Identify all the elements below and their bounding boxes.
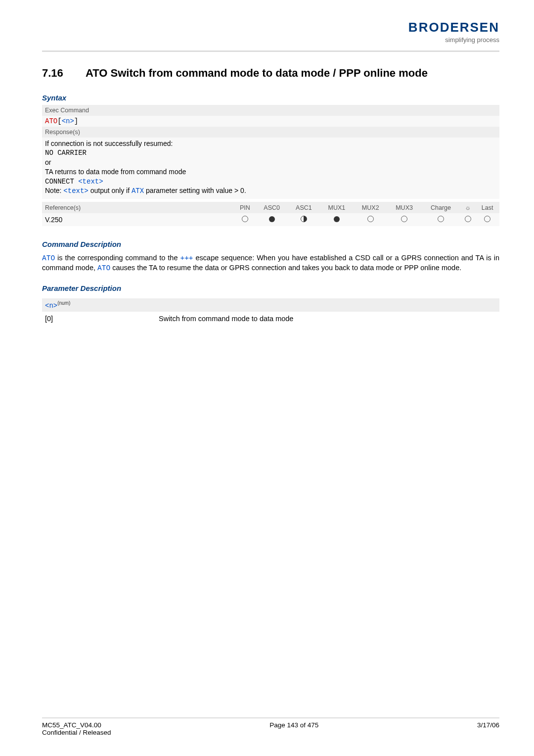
circle-half-icon xyxy=(301,216,307,222)
circle-empty-icon xyxy=(484,216,490,222)
param-key: [0] xyxy=(45,315,159,323)
footer-center: Page 143 of 475 xyxy=(269,721,318,736)
doc-version: MC55_ATC_V04.00 xyxy=(42,721,111,729)
connect-text: CONNECT xyxy=(45,178,78,186)
exec-command-label: Exec Command xyxy=(42,105,499,116)
command-desc-body: ATO is the corresponding command to the … xyxy=(42,253,499,273)
circle-full-icon xyxy=(269,216,275,222)
responses-body: If connection is not successfully resume… xyxy=(42,138,499,199)
col-asc1: ASC1 xyxy=(288,202,320,213)
page-footer: MC55_ATC_V04.00 Confidential / Released … xyxy=(42,717,499,756)
cmd-param-n[interactable]: <n> xyxy=(62,117,74,125)
resp-line: or xyxy=(45,158,496,167)
circle-full-icon xyxy=(334,216,340,222)
ato-link[interactable]: ATO xyxy=(97,264,110,272)
param-row: [0] Switch from command mode to data mod… xyxy=(42,312,499,323)
col-asc0: ASC0 xyxy=(256,202,288,213)
col-pin: PIN xyxy=(234,202,256,213)
cell-asc1 xyxy=(288,213,320,226)
atx-link[interactable]: ATX xyxy=(132,187,144,195)
circle-empty-icon xyxy=(367,216,374,222)
desc-text: is the corresponding command to the xyxy=(55,254,180,262)
col-alarm: ☼ xyxy=(460,202,475,213)
circle-empty-icon xyxy=(401,216,407,222)
reference-table: Reference(s) PIN ASC0 ASC1 MUX1 MUX2 MUX… xyxy=(42,202,499,226)
divider xyxy=(42,50,499,52)
note-part: Note: xyxy=(45,187,63,194)
circle-empty-icon xyxy=(465,216,471,222)
cell-alarm xyxy=(460,213,475,226)
col-last: Last xyxy=(475,202,499,213)
footer-divider xyxy=(42,717,499,718)
circle-empty-icon xyxy=(438,216,444,222)
alarm-icon: ☼ xyxy=(465,204,471,211)
cell-charge xyxy=(421,213,460,226)
param-box: <n>(num) [0] Switch from command mode to… xyxy=(42,298,499,323)
section-title-text: ATO Switch from command mode to data mod… xyxy=(86,67,499,80)
bracket-close: ] xyxy=(74,117,78,125)
table-row: V.250 xyxy=(42,213,499,226)
cell-mux2 xyxy=(354,213,387,226)
resp-connect: CONNECT <text> xyxy=(45,177,496,187)
cell-pin xyxy=(234,213,256,226)
param-value: Switch from command mode to data mode xyxy=(159,315,293,323)
doc-status: Confidential / Released xyxy=(42,729,111,736)
ref-value: V.250 xyxy=(42,213,234,226)
footer-left: MC55_ATC_V04.00 Confidential / Released xyxy=(42,721,111,736)
brand-logo: BRODERSEN xyxy=(408,20,499,35)
section-heading: 7.16 ATO Switch from command mode to dat… xyxy=(42,67,499,80)
page-header: BRODERSEN simplifying process xyxy=(42,20,499,47)
cell-last xyxy=(475,213,499,226)
param-name: <n>(num) xyxy=(42,298,499,312)
param-n-link[interactable]: <n> xyxy=(45,302,57,310)
cell-mux1 xyxy=(320,213,354,226)
col-mux3: MUX3 xyxy=(387,202,421,213)
command-desc-heading: Command Description xyxy=(42,240,499,248)
col-ref: Reference(s) xyxy=(42,202,234,213)
responses-label: Response(s) xyxy=(42,127,499,138)
resp-line: TA returns to data mode from command mod… xyxy=(45,167,496,177)
param-sup: (num) xyxy=(57,300,70,306)
resp-line: If connection is not successfully resume… xyxy=(45,139,496,148)
note-part: output only if xyxy=(89,187,132,194)
col-charge: Charge xyxy=(421,202,460,213)
escape-seq-link[interactable]: +++ xyxy=(180,254,193,262)
cell-asc0 xyxy=(256,213,288,226)
param-desc-heading: Parameter Description xyxy=(42,284,499,292)
section-number: 7.16 xyxy=(42,67,86,80)
ato-link[interactable]: ATO xyxy=(42,254,55,262)
connect-param[interactable]: <text> xyxy=(78,178,103,186)
cmd-ato: ATO xyxy=(45,117,57,125)
col-mux1: MUX1 xyxy=(320,202,354,213)
exec-command-value: ATO[<n>] xyxy=(42,116,499,127)
syntax-heading: Syntax xyxy=(42,94,499,102)
resp-no-carrier: NO CARRIER xyxy=(45,148,496,158)
desc-text: causes the TA to resume the data or GPRS… xyxy=(110,264,461,272)
note-part: parameter setting with value > 0. xyxy=(144,187,246,194)
footer-right: 3/17/06 xyxy=(477,721,499,736)
bracket-open: [ xyxy=(57,117,61,125)
resp-note: Note: <text> output only if ATX paramete… xyxy=(45,186,496,196)
cell-mux3 xyxy=(387,213,421,226)
brand-tagline: simplifying process xyxy=(445,36,499,44)
circle-empty-icon xyxy=(242,216,248,222)
table-header-row: Reference(s) PIN ASC0 ASC1 MUX1 MUX2 MUX… xyxy=(42,202,499,213)
note-text-param[interactable]: <text> xyxy=(63,187,88,195)
col-mux2: MUX2 xyxy=(354,202,387,213)
